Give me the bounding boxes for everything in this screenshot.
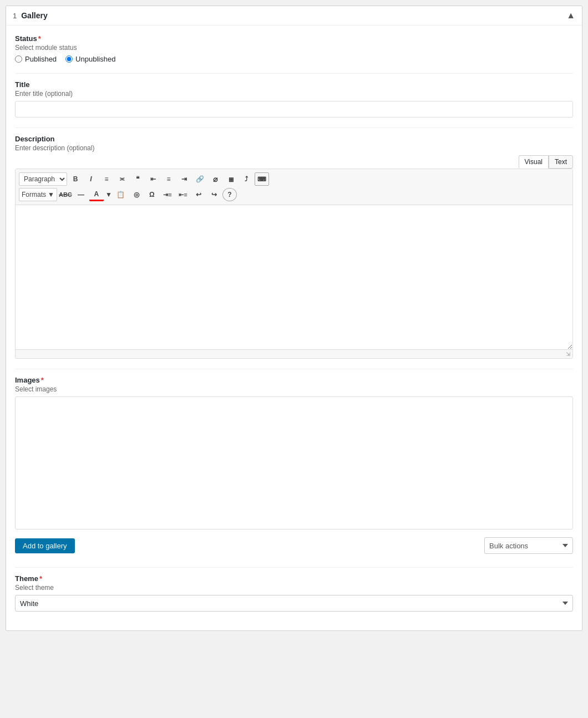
insert-more-button[interactable]: ▦ (224, 172, 238, 186)
ordered-list-button[interactable]: ≍ (115, 172, 129, 186)
status-published-radio[interactable] (15, 55, 22, 63)
status-published-text: Published (25, 55, 57, 63)
tab-text[interactable]: Text (549, 155, 573, 169)
align-right-button[interactable]: ⇥ (177, 172, 191, 186)
images-label: Images* (15, 376, 573, 384)
unordered-list-button[interactable]: ≡ (99, 172, 114, 186)
panel-title: Gallery (21, 11, 47, 20)
status-unpublished-label[interactable]: Unpublished (65, 55, 115, 63)
text-color-button[interactable]: A (89, 188, 104, 201)
images-box (15, 396, 573, 529)
editor-resize-handle: ⇲ (16, 349, 572, 358)
status-label: Status* (15, 34, 573, 43)
redo-button[interactable]: ↪ (207, 188, 221, 201)
status-unpublished-radio[interactable] (65, 55, 73, 63)
panel-header[interactable]: 1 Gallery ▲ (6, 6, 582, 26)
horizontal-rule-button[interactable]: — (74, 188, 88, 201)
bold-button[interactable]: B (68, 172, 83, 186)
title-field-group: Title Enter title (optional) (15, 80, 573, 118)
undo-button[interactable]: ↩ (191, 188, 206, 201)
editor-toolbar: Paragraph B I ≡ ≍ ❝ ⇤ ≡ ⇥ 🔗 ⌀ ▦ ⤴ (16, 169, 572, 205)
italic-button[interactable]: I (84, 172, 98, 186)
divider-4 (15, 567, 573, 568)
title-hint: Enter title (optional) (15, 90, 573, 98)
add-to-gallery-button[interactable]: Add to gallery (15, 538, 75, 553)
status-radio-group: Published Unpublished (15, 55, 573, 63)
text-color-arrow[interactable]: ▼ (105, 188, 113, 201)
unlink-button[interactable]: ⌀ (208, 172, 222, 186)
panel-number: 1 (13, 12, 17, 20)
images-field-group: Images* Select images Add to gallery Bul… (15, 376, 573, 557)
panel-toggle-icon: ▲ (566, 11, 575, 21)
tab-visual[interactable]: Visual (519, 155, 549, 169)
special-chars-button[interactable]: Ω (145, 188, 159, 201)
align-center-button[interactable]: ≡ (161, 172, 176, 186)
fullscreen-button[interactable]: ⤴ (239, 172, 254, 186)
status-unpublished-text: Unpublished (75, 55, 115, 63)
editor-tabs: Visual Text (15, 155, 573, 169)
blockquote-button[interactable]: ❝ (130, 172, 145, 186)
description-field-group: Description Enter description (optional)… (15, 135, 573, 359)
help-button[interactable]: ? (222, 188, 237, 201)
description-label: Description (15, 135, 573, 143)
paragraph-select[interactable]: Paragraph (19, 172, 67, 186)
indent-button[interactable]: ⇥≡ (160, 188, 175, 201)
bulk-actions-select[interactable]: Bulk actions (484, 537, 573, 554)
strikethrough-button[interactable]: ABC (58, 188, 73, 201)
link-button[interactable]: 🔗 (192, 172, 207, 186)
panel-body: Status* Select module status Published U… (6, 26, 582, 630)
divider-3 (15, 369, 573, 369)
description-hint: Enter description (optional) (15, 144, 573, 152)
gallery-panel: 1 Gallery ▲ Status* Select module status… (6, 6, 582, 631)
title-label: Title (15, 80, 573, 89)
status-published-label[interactable]: Published (15, 55, 57, 63)
status-field-group: Status* Select module status Published U… (15, 34, 573, 63)
editor-content-area[interactable] (16, 205, 572, 349)
panel-header-left: 1 Gallery (13, 11, 48, 20)
images-hint: Select images (15, 385, 573, 393)
align-left-button[interactable]: ⇤ (146, 172, 160, 186)
images-actions: Add to gallery Bulk actions (15, 534, 573, 557)
outdent-button[interactable]: ⇤≡ (176, 188, 190, 201)
theme-hint: Select theme (15, 584, 573, 592)
divider-2 (15, 128, 573, 128)
theme-select[interactable]: White (15, 595, 573, 612)
paste-button[interactable]: 📋 (114, 188, 128, 201)
editor-wrapper: Paragraph B I ≡ ≍ ❝ ⇤ ≡ ⇥ 🔗 ⌀ ▦ ⤴ (15, 169, 573, 359)
toolbar-row-2: Formats ▼ ABC — A ▼ 📋 ◎ Ω ⇥≡ ⇤≡ ↩ ↪ (19, 187, 569, 202)
keyboard-button[interactable]: ⌨ (255, 172, 269, 186)
theme-field-group: Theme* Select theme White (15, 574, 573, 612)
status-hint: Select module status (15, 44, 573, 52)
resize-icon: ⇲ (566, 351, 570, 357)
title-input[interactable] (15, 101, 573, 118)
theme-label: Theme* (15, 574, 573, 583)
toolbar-row-1: Paragraph B I ≡ ≍ ❝ ⇤ ≡ ⇥ 🔗 ⌀ ▦ ⤴ (19, 171, 569, 187)
formats-dropdown[interactable]: Formats ▼ (19, 188, 57, 201)
clear-button[interactable]: ◎ (129, 188, 144, 201)
divider-1 (15, 73, 573, 74)
